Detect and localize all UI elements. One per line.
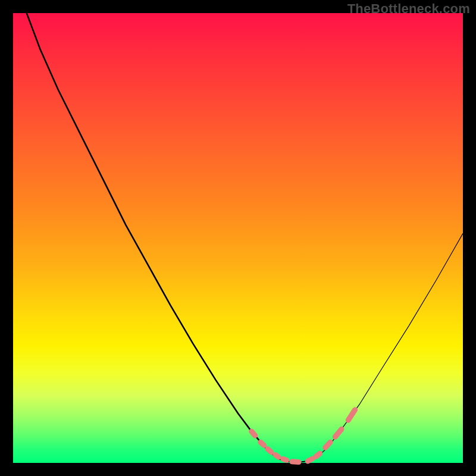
dash-segment bbox=[252, 431, 255, 436]
plot-area bbox=[13, 13, 463, 463]
curve-left bbox=[27, 13, 277, 458]
dash-segment bbox=[335, 429, 342, 437]
dash-segments-right bbox=[308, 410, 355, 461]
dash-segments-left bbox=[252, 431, 299, 462]
curve-layer bbox=[13, 13, 463, 463]
dash-segment bbox=[268, 449, 271, 452]
dash-segment bbox=[348, 410, 355, 420]
dash-segment bbox=[275, 455, 278, 457]
dash-segment bbox=[325, 442, 330, 447]
dash-segment bbox=[292, 462, 299, 462]
attribution-label: TheBottleneck.com bbox=[347, 1, 470, 17]
dash-segment bbox=[261, 442, 264, 445]
chart-root: TheBottleneck.com bbox=[0, 0, 476, 476]
curve-right bbox=[317, 233, 463, 458]
dash-segment bbox=[316, 453, 320, 456]
dash-segment bbox=[308, 459, 312, 461]
dash-segment bbox=[283, 459, 287, 460]
